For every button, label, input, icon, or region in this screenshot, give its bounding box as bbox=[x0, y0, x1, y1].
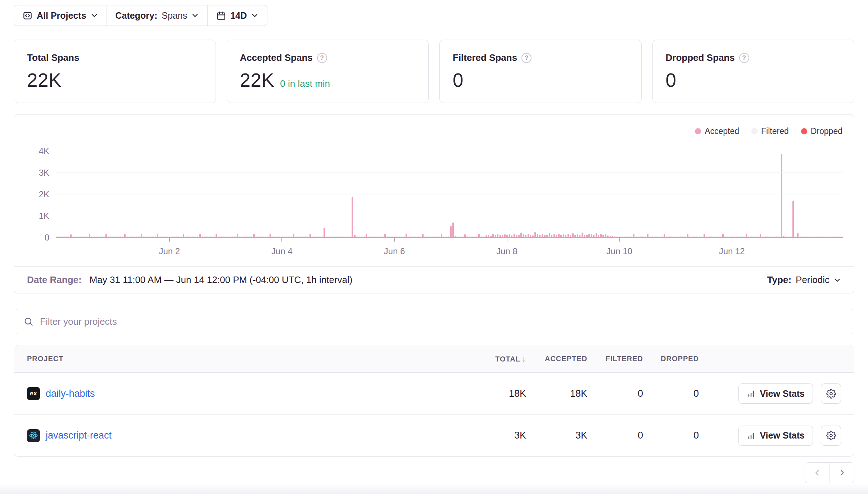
dropped-spans-value: 0 bbox=[666, 69, 677, 91]
cell-accepted: 18K bbox=[526, 388, 587, 399]
filtered-dot-icon bbox=[751, 128, 758, 134]
x-tick-mark bbox=[619, 238, 620, 242]
total-spans-value: 22K bbox=[27, 69, 62, 91]
x-tick-mark bbox=[507, 238, 507, 242]
column-total-label: TOTAL bbox=[495, 355, 520, 363]
help-icon[interactable]: ? bbox=[521, 53, 532, 63]
view-stats-button[interactable]: View Stats bbox=[738, 383, 813, 404]
filtered-spans-card: Filtered Spans ? 0 bbox=[439, 40, 642, 103]
filtered-spans-value: 0 bbox=[453, 69, 464, 91]
chart-bar bbox=[781, 154, 782, 238]
chart-bar bbox=[534, 232, 536, 238]
column-filtered[interactable]: FILTERED bbox=[587, 355, 643, 363]
view-stats-button[interactable]: View Stats bbox=[738, 426, 813, 446]
legend-label: Filtered bbox=[761, 126, 789, 136]
chart-legend: Accepted Filtered Dropped bbox=[14, 114, 854, 137]
gridline bbox=[56, 151, 843, 151]
bar-chart-icon bbox=[747, 431, 755, 440]
chart-x-axis: Jun 2Jun 4Jun 6Jun 8Jun 10Jun 12 bbox=[56, 238, 843, 266]
gridline bbox=[56, 194, 843, 194]
stat-cards: Total Spans 22K Accepted Spans ? 22K 0 i… bbox=[14, 40, 854, 103]
category-filter-dropdown[interactable]: Category: Spans bbox=[107, 5, 208, 26]
gear-icon bbox=[826, 431, 836, 440]
category-value: Spans bbox=[162, 10, 187, 21]
chart-bars bbox=[56, 140, 843, 238]
view-stats-label: View Stats bbox=[760, 430, 805, 441]
chart-bar bbox=[520, 233, 522, 238]
accepted-spans-value: 22K bbox=[240, 69, 275, 91]
x-tick-mark bbox=[281, 238, 282, 242]
cell-filtered: 0 bbox=[587, 430, 643, 441]
express-platform-icon: ex bbox=[27, 387, 40, 400]
dropped-spans-card: Dropped Spans ? 0 bbox=[652, 40, 855, 103]
usage-chart-card: Accepted Filtered Dropped 01K2K3K4K Jun … bbox=[14, 114, 854, 293]
project-settings-button[interactable] bbox=[821, 383, 841, 404]
help-icon[interactable]: ? bbox=[317, 53, 327, 63]
project-search bbox=[14, 309, 854, 334]
accepted-spans-card: Accepted Spans ? 22K 0 in last min bbox=[227, 40, 429, 103]
cell-dropped: 0 bbox=[643, 430, 699, 441]
cell-accepted: 3K bbox=[526, 430, 587, 441]
y-axis-label: 3K bbox=[39, 168, 49, 178]
project-settings-button[interactable] bbox=[821, 426, 841, 446]
gear-icon bbox=[826, 389, 836, 399]
chart-bar bbox=[450, 226, 452, 238]
x-tick-mark bbox=[732, 238, 732, 242]
chart-plot-area: 01K2K3K4K bbox=[56, 140, 843, 238]
y-axis-label: 1K bbox=[39, 211, 49, 221]
next-page-button[interactable] bbox=[829, 463, 854, 483]
cell-total: 3K bbox=[465, 430, 526, 441]
x-axis-label: Jun 2 bbox=[159, 246, 180, 256]
type-value: Periodic bbox=[796, 274, 829, 286]
chart-bar bbox=[452, 223, 454, 238]
column-accepted[interactable]: ACCEPTED bbox=[526, 355, 587, 363]
react-platform-icon bbox=[27, 429, 40, 442]
help-icon[interactable]: ? bbox=[739, 53, 749, 63]
date-period-dropdown[interactable]: 14D bbox=[207, 5, 267, 26]
chart-bar bbox=[324, 228, 325, 238]
x-axis-label: Jun 10 bbox=[606, 246, 632, 256]
period-value: 14D bbox=[230, 10, 247, 21]
pagination bbox=[14, 462, 854, 483]
search-icon bbox=[23, 316, 33, 327]
cell-filtered: 0 bbox=[587, 388, 643, 399]
project-filter-label: All Projects bbox=[37, 10, 86, 21]
calendar-icon bbox=[216, 11, 226, 21]
y-axis-label: 2K bbox=[39, 189, 49, 199]
filter-bar: All Projects Category: Spans 14D bbox=[14, 5, 267, 26]
chart-footer: Date Range: May 31 11:00 AM — Jun 14 12:… bbox=[14, 266, 854, 293]
x-axis-label: Jun 12 bbox=[719, 246, 745, 256]
cell-total: 18K bbox=[465, 388, 526, 399]
legend-item-dropped[interactable]: Dropped bbox=[801, 125, 842, 137]
accepted-dot-icon bbox=[695, 128, 701, 134]
column-project: PROJECT bbox=[27, 355, 465, 363]
cell-dropped: 0 bbox=[643, 388, 699, 399]
dropped-dot-icon bbox=[801, 128, 807, 134]
project-link[interactable]: daily-habits bbox=[46, 388, 95, 399]
x-tick-mark bbox=[394, 238, 395, 242]
chart-bar bbox=[352, 197, 353, 238]
chevron-down-icon bbox=[191, 12, 199, 19]
type-dropdown[interactable]: Type: Periodic bbox=[767, 274, 841, 286]
projects-table: PROJECT TOTAL↓ ACCEPTED FILTERED DROPPED… bbox=[14, 345, 854, 457]
type-label: Type: bbox=[767, 274, 791, 286]
previous-page-button[interactable] bbox=[805, 463, 829, 483]
x-tick-mark bbox=[169, 238, 170, 242]
legend-item-filtered[interactable]: Filtered bbox=[751, 125, 789, 137]
x-axis-label: Jun 8 bbox=[496, 246, 517, 256]
sort-desc-icon: ↓ bbox=[522, 354, 526, 363]
gridline bbox=[56, 216, 843, 216]
project-link[interactable]: javascript-react bbox=[46, 430, 112, 441]
project-filter-dropdown[interactable]: All Projects bbox=[14, 5, 107, 26]
legend-label: Accepted bbox=[705, 126, 739, 136]
legend-item-accepted[interactable]: Accepted bbox=[695, 125, 739, 137]
y-axis-label: 4K bbox=[39, 146, 49, 156]
column-total-sort[interactable]: TOTAL↓ bbox=[465, 354, 526, 364]
x-axis-label: Jun 6 bbox=[384, 246, 405, 256]
category-label: Category: bbox=[116, 10, 158, 21]
search-input[interactable] bbox=[40, 316, 845, 327]
gridline bbox=[56, 172, 843, 173]
column-dropped[interactable]: DROPPED bbox=[643, 355, 699, 363]
y-axis-label: 0 bbox=[45, 233, 49, 243]
chevron-down-icon bbox=[91, 12, 98, 19]
